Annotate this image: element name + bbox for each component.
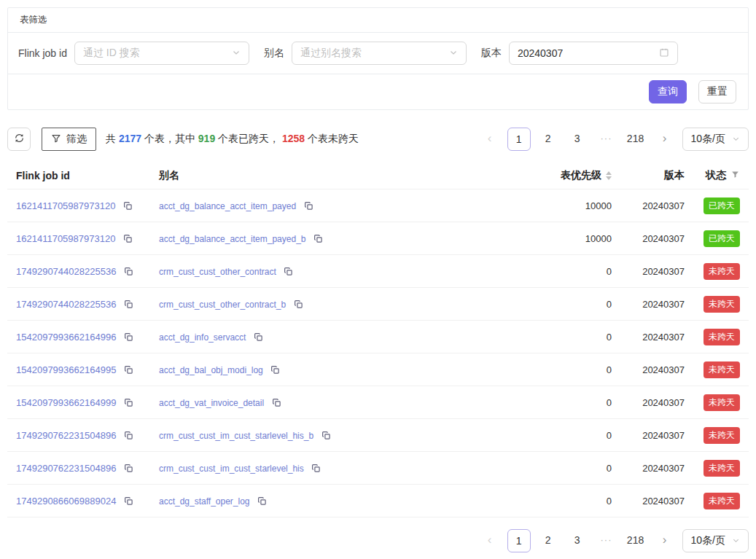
page-button-2[interactable]: 2 (537, 128, 560, 151)
column-alias: 别名 (159, 169, 495, 182)
flink-job-id-link[interactable]: 1749290866069889024 (16, 496, 116, 507)
page-button-1[interactable]: 1 (507, 128, 531, 151)
alias-cell: acct_dg_bal_obj_modi_log (159, 364, 495, 375)
table-row: 1749290744028225536 crm_cust_cust_other_… (7, 255, 749, 288)
priority-cell: 10000 (495, 233, 612, 244)
id-cell: 1542097993662164995 (16, 364, 159, 375)
alias-link[interactable]: crm_cust_cust_im_cust_starlevel_his (159, 464, 304, 474)
reset-button[interactable]: 重置 (698, 80, 736, 103)
copy-icon[interactable] (272, 398, 281, 407)
copy-icon[interactable] (124, 365, 133, 375)
alias-cell: acct_dg_balance_acct_item_payed_b (159, 232, 495, 244)
copy-icon[interactable] (124, 431, 133, 440)
copy-icon[interactable] (124, 496, 133, 506)
copy-icon[interactable] (257, 496, 267, 506)
id-cell: 1542097993662164999 (16, 396, 159, 408)
copy-icon[interactable] (294, 300, 303, 309)
flink-job-id-link[interactable]: 1749290744028225536 (16, 299, 116, 310)
copy-icon[interactable] (124, 300, 133, 309)
id-cell: 1621411705987973120 (16, 200, 159, 211)
copy-icon[interactable] (284, 267, 293, 276)
table-row: 1621411705987973120 acct_dg_balance_acct… (7, 222, 749, 255)
copy-icon[interactable] (304, 201, 313, 211)
prev-page-button[interactable]: ‹ (478, 529, 502, 552)
flink-job-id-link[interactable]: 1749290762231504896 (16, 430, 116, 441)
chevron-down-icon (449, 47, 458, 59)
flink-job-id-select[interactable]: 通过 ID 搜索 (74, 42, 249, 65)
id-cell: 1621411705987973120 (16, 232, 159, 244)
alias-link[interactable]: crm_cust_cust_other_contract (159, 267, 276, 277)
page-size-select[interactable]: 10条/页 (682, 529, 749, 552)
page-size-select[interactable]: 10条/页 (682, 128, 749, 151)
query-button[interactable]: 查询 (649, 80, 687, 103)
copy-icon[interactable] (124, 398, 133, 407)
copy-icon[interactable] (311, 464, 321, 473)
id-cell: 1749290762231504896 (16, 462, 159, 474)
pagination: ‹123···218›10条/页 (478, 128, 749, 151)
version-value: 20240307 (518, 47, 563, 59)
alias-link[interactable]: acct_dg_bal_obj_modi_log (159, 365, 263, 375)
status-badge: 未跨天 (704, 296, 740, 313)
version-cell: 20240307 (612, 463, 685, 474)
status-cell: 未跨天 (685, 427, 740, 444)
alias-cell: crm_cust_cust_other_contract (159, 265, 495, 277)
flink-job-id-link[interactable]: 1542097993662164999 (16, 397, 116, 408)
copy-icon[interactable] (123, 234, 133, 243)
column-filter-icon[interactable] (730, 170, 740, 181)
copy-icon[interactable] (270, 365, 280, 375)
page-button-3[interactable]: 3 (566, 128, 589, 151)
chevron-down-icon (232, 47, 241, 59)
flink-job-id-link[interactable]: 1542097993662164995 (16, 364, 116, 375)
version-date-input[interactable]: 20240307 (509, 42, 678, 65)
version-cell: 20240307 (612, 397, 685, 408)
table-row: 1749290866069889024 acct_dg_staff_oper_l… (7, 485, 749, 517)
page-button-3[interactable]: 3 (566, 529, 589, 552)
copy-icon[interactable] (123, 201, 133, 211)
alias-cell: acct_dg_info_servacct (159, 331, 495, 343)
alias-cell: crm_cust_cust_im_cust_starlevel_his_b (159, 429, 495, 441)
copy-icon[interactable] (124, 332, 133, 342)
table-row: 1749290762231504896 crm_cust_cust_im_cus… (7, 419, 749, 452)
alias-link[interactable]: acct_dg_balance_acct_item_payed (159, 201, 296, 211)
page-button-218[interactable]: 218 (624, 529, 647, 552)
copy-icon[interactable] (124, 267, 133, 276)
filter-toggle-label: 筛选 (66, 133, 87, 146)
status-badge: 未跨天 (704, 394, 740, 411)
status-cell: 未跨天 (685, 329, 740, 345)
status-cell: 未跨天 (685, 263, 740, 280)
flink-job-id-link[interactable]: 1749290744028225536 (16, 266, 116, 277)
page-button-218[interactable]: 218 (624, 128, 647, 151)
field-version: 版本 20240307 (481, 42, 678, 65)
alias-link[interactable]: acct_dg_vat_invoice_detail (159, 398, 264, 408)
column-priority[interactable]: 表优先级 (495, 169, 612, 182)
copy-icon[interactable] (254, 332, 263, 342)
alias-link[interactable]: acct_dg_staff_oper_log (159, 496, 250, 507)
alias-link[interactable]: crm_cust_cust_other_contract_b (159, 300, 286, 310)
copy-icon[interactable] (313, 234, 323, 243)
alias-link[interactable]: acct_dg_balance_acct_item_payed_b (159, 234, 305, 244)
flink-job-id-link[interactable]: 1749290762231504896 (16, 463, 116, 474)
alias-link[interactable]: acct_dg_info_servacct (159, 332, 246, 343)
prev-page-button[interactable]: ‹ (478, 128, 502, 151)
alias-select[interactable]: 通过别名搜索 (292, 42, 467, 65)
alias-link[interactable]: crm_cust_cust_im_cust_starlevel_his_b (159, 431, 313, 441)
flink-job-id-link[interactable]: 1621411705987973120 (16, 233, 115, 244)
page-button-1[interactable]: 1 (507, 529, 531, 552)
status-badge: 未跨天 (704, 427, 740, 444)
copy-icon[interactable] (322, 431, 331, 440)
bottom-pagination-bar: ‹123···218›10条/页 (7, 529, 749, 552)
filter-actions-row: 查询 重置 (8, 74, 748, 109)
refresh-button[interactable] (7, 128, 31, 151)
filter-toggle-button[interactable]: 筛选 (42, 128, 96, 151)
flink-job-id-link[interactable]: 1621411705987973120 (16, 200, 115, 211)
page-button-2[interactable]: 2 (537, 529, 560, 552)
sort-icon[interactable] (606, 171, 612, 180)
copy-icon[interactable] (124, 464, 133, 473)
next-page-button[interactable]: › (653, 529, 677, 552)
table-row: 1542097993662164995 acct_dg_bal_obj_modi… (7, 353, 749, 386)
priority-cell: 0 (495, 430, 612, 441)
flink-job-id-link[interactable]: 1542097993662164996 (16, 332, 116, 343)
next-page-button[interactable]: › (653, 128, 677, 151)
column-status[interactable]: 状态 (685, 169, 740, 182)
version-cell: 20240307 (612, 364, 685, 375)
